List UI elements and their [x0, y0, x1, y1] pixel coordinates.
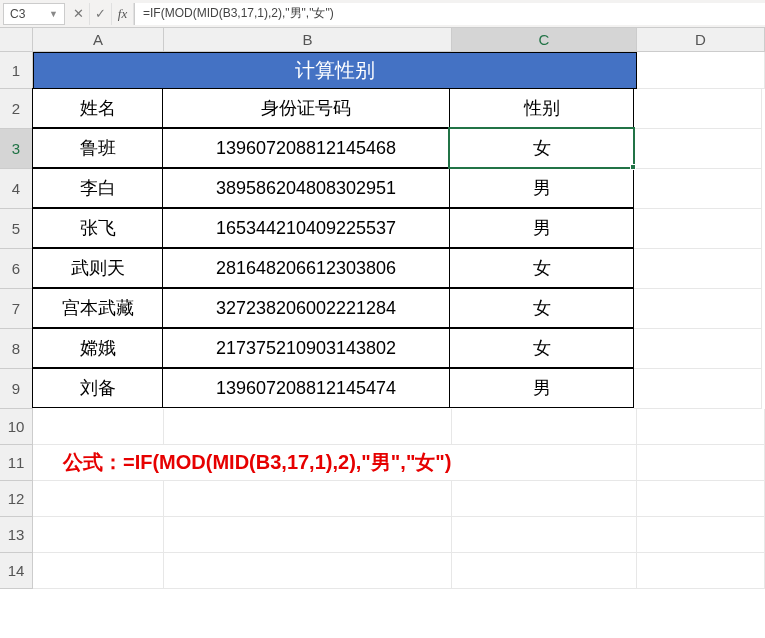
header-name[interactable]: 姓名: [32, 88, 163, 128]
data-gender[interactable]: 男: [449, 368, 634, 408]
cell[interactable]: [452, 553, 637, 589]
cell-D7[interactable]: [634, 289, 762, 329]
cell-D9[interactable]: [634, 369, 762, 409]
formula-input[interactable]: =IF(MOD(MID(B3,17,1),2),"男","女"): [134, 3, 765, 25]
row-header-2[interactable]: 2: [0, 89, 33, 129]
data-id[interactable]: 165344210409225537: [162, 208, 450, 248]
cell[interactable]: [452, 517, 637, 553]
cell[interactable]: [33, 517, 164, 553]
data-name[interactable]: 李白: [32, 168, 163, 208]
data-gender[interactable]: 男: [449, 208, 634, 248]
cell[interactable]: [637, 517, 765, 553]
row-header-6[interactable]: 6: [0, 249, 33, 289]
cell-D1[interactable]: [637, 52, 765, 89]
cell-D2[interactable]: [634, 89, 762, 129]
check-icon[interactable]: ✓: [90, 3, 112, 25]
formula-bar: C3 ▼ ✕ ✓ fx =IF(MOD(MID(B3,17,1),2),"男",…: [0, 0, 765, 28]
row-header-12[interactable]: 12: [0, 481, 33, 517]
col-header-A[interactable]: A: [33, 28, 164, 52]
formula-text: =IF(MOD(MID(B3,17,1),2),"男","女"): [143, 5, 334, 22]
data-name[interactable]: 鲁班: [32, 128, 163, 168]
cell[interactable]: [164, 517, 452, 553]
row-header-8[interactable]: 8: [0, 329, 33, 369]
cell[interactable]: [164, 553, 452, 589]
data-gender[interactable]: 女: [449, 128, 634, 168]
row-header-9[interactable]: 9: [0, 369, 33, 409]
data-id[interactable]: 139607208812145474: [162, 368, 450, 408]
fill-handle[interactable]: [630, 164, 636, 170]
cell[interactable]: [164, 409, 452, 445]
header-id[interactable]: 身份证号码: [162, 88, 450, 128]
title-cell[interactable]: 计算性别: [33, 52, 637, 89]
cell[interactable]: [33, 409, 164, 445]
data-id[interactable]: 389586204808302951: [162, 168, 450, 208]
cell[interactable]: [637, 553, 765, 589]
cell-D4[interactable]: [634, 169, 762, 209]
column-headers: ABCD: [33, 28, 765, 52]
row-header-7[interactable]: 7: [0, 289, 33, 329]
cancel-icon[interactable]: ✕: [68, 3, 90, 25]
cell[interactable]: [452, 409, 637, 445]
data-id[interactable]: 217375210903143802: [162, 328, 450, 368]
data-gender[interactable]: 女: [449, 288, 634, 328]
fx-icon[interactable]: fx: [112, 3, 134, 25]
row-header-1[interactable]: 1: [0, 52, 33, 89]
select-all-corner[interactable]: [0, 28, 33, 52]
data-id[interactable]: 327238206002221284: [162, 288, 450, 328]
spreadsheet: ABCD 1计算性别2姓名身份证号码性别3鲁班13960720881214546…: [0, 28, 765, 589]
row-header-14[interactable]: 14: [0, 553, 33, 589]
cell-D5[interactable]: [634, 209, 762, 249]
row-header-5[interactable]: 5: [0, 209, 33, 249]
data-name[interactable]: 嫦娥: [32, 328, 163, 368]
row-header-4[interactable]: 4: [0, 169, 33, 209]
data-gender[interactable]: 男: [449, 168, 634, 208]
cell[interactable]: [33, 481, 164, 517]
col-header-D[interactable]: D: [637, 28, 765, 52]
row-header-10[interactable]: 10: [0, 409, 33, 445]
data-name[interactable]: 武则天: [32, 248, 163, 288]
row-header-11[interactable]: 11: [0, 445, 33, 481]
cell-D6[interactable]: [634, 249, 762, 289]
data-gender[interactable]: 女: [449, 328, 634, 368]
data-name[interactable]: 刘备: [32, 368, 163, 408]
formula-annotation: 公式：=IF(MOD(MID(B3,17,1),2),"男","女"): [33, 445, 637, 481]
cell[interactable]: [637, 409, 765, 445]
cell-D3[interactable]: [634, 129, 762, 169]
chevron-down-icon: ▼: [49, 9, 58, 19]
row-header-3[interactable]: 3: [0, 129, 33, 169]
cell[interactable]: [637, 481, 765, 517]
data-name[interactable]: 宫本武藏: [32, 288, 163, 328]
cell[interactable]: [33, 553, 164, 589]
col-header-B[interactable]: B: [164, 28, 452, 52]
header-gender[interactable]: 性别: [449, 88, 634, 128]
cell[interactable]: [637, 445, 765, 481]
row-header-13[interactable]: 13: [0, 517, 33, 553]
data-gender[interactable]: 女: [449, 248, 634, 288]
data-id[interactable]: 281648206612303806: [162, 248, 450, 288]
data-name[interactable]: 张飞: [32, 208, 163, 248]
cell[interactable]: [164, 481, 452, 517]
cell[interactable]: [452, 481, 637, 517]
col-header-C[interactable]: C: [452, 28, 637, 52]
data-id[interactable]: 139607208812145468: [162, 128, 450, 168]
name-box[interactable]: C3 ▼: [3, 3, 65, 25]
cell-D8[interactable]: [634, 329, 762, 369]
name-box-value: C3: [10, 7, 25, 21]
